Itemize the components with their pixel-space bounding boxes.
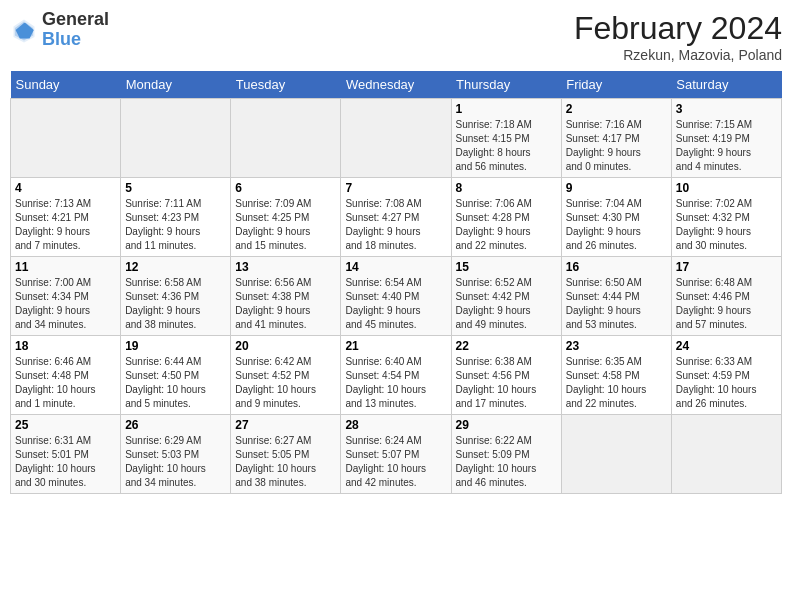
day-info: Sunrise: 6:35 AM Sunset: 4:58 PM Dayligh…: [566, 355, 667, 411]
day-number: 12: [125, 260, 226, 274]
calendar-cell: 10Sunrise: 7:02 AM Sunset: 4:32 PM Dayli…: [671, 178, 781, 257]
calendar-cell: 12Sunrise: 6:58 AM Sunset: 4:36 PM Dayli…: [121, 257, 231, 336]
day-number: 2: [566, 102, 667, 116]
calendar-cell: 23Sunrise: 6:35 AM Sunset: 4:58 PM Dayli…: [561, 336, 671, 415]
calendar-week-row: 4Sunrise: 7:13 AM Sunset: 4:21 PM Daylig…: [11, 178, 782, 257]
day-number: 15: [456, 260, 557, 274]
calendar-cell: 9Sunrise: 7:04 AM Sunset: 4:30 PM Daylig…: [561, 178, 671, 257]
day-number: 24: [676, 339, 777, 353]
day-info: Sunrise: 6:38 AM Sunset: 4:56 PM Dayligh…: [456, 355, 557, 411]
calendar-cell: [121, 99, 231, 178]
day-number: 28: [345, 418, 446, 432]
calendar-cell: [671, 415, 781, 494]
logo-text: General Blue: [42, 10, 109, 50]
day-info: Sunrise: 7:06 AM Sunset: 4:28 PM Dayligh…: [456, 197, 557, 253]
calendar-cell: [561, 415, 671, 494]
day-info: Sunrise: 7:09 AM Sunset: 4:25 PM Dayligh…: [235, 197, 336, 253]
day-number: 17: [676, 260, 777, 274]
title-block: February 2024 Rzekun, Mazovia, Poland: [574, 10, 782, 63]
calendar-cell: 24Sunrise: 6:33 AM Sunset: 4:59 PM Dayli…: [671, 336, 781, 415]
calendar-cell: 14Sunrise: 6:54 AM Sunset: 4:40 PM Dayli…: [341, 257, 451, 336]
day-info: Sunrise: 6:27 AM Sunset: 5:05 PM Dayligh…: [235, 434, 336, 490]
weekday-header-friday: Friday: [561, 71, 671, 99]
calendar-cell: 11Sunrise: 7:00 AM Sunset: 4:34 PM Dayli…: [11, 257, 121, 336]
calendar-cell: 25Sunrise: 6:31 AM Sunset: 5:01 PM Dayli…: [11, 415, 121, 494]
calendar-cell: 20Sunrise: 6:42 AM Sunset: 4:52 PM Dayli…: [231, 336, 341, 415]
day-info: Sunrise: 7:04 AM Sunset: 4:30 PM Dayligh…: [566, 197, 667, 253]
day-number: 23: [566, 339, 667, 353]
day-number: 10: [676, 181, 777, 195]
day-number: 6: [235, 181, 336, 195]
day-info: Sunrise: 6:50 AM Sunset: 4:44 PM Dayligh…: [566, 276, 667, 332]
day-info: Sunrise: 7:00 AM Sunset: 4:34 PM Dayligh…: [15, 276, 116, 332]
day-info: Sunrise: 6:33 AM Sunset: 4:59 PM Dayligh…: [676, 355, 777, 411]
calendar-cell: 29Sunrise: 6:22 AM Sunset: 5:09 PM Dayli…: [451, 415, 561, 494]
calendar-cell: 21Sunrise: 6:40 AM Sunset: 4:54 PM Dayli…: [341, 336, 451, 415]
calendar-cell: 27Sunrise: 6:27 AM Sunset: 5:05 PM Dayli…: [231, 415, 341, 494]
weekday-header-tuesday: Tuesday: [231, 71, 341, 99]
calendar-cell: 2Sunrise: 7:16 AM Sunset: 4:17 PM Daylig…: [561, 99, 671, 178]
day-number: 22: [456, 339, 557, 353]
day-info: Sunrise: 7:13 AM Sunset: 4:21 PM Dayligh…: [15, 197, 116, 253]
calendar-cell: 28Sunrise: 6:24 AM Sunset: 5:07 PM Dayli…: [341, 415, 451, 494]
day-number: 4: [15, 181, 116, 195]
page-header: General Blue February 2024 Rzekun, Mazov…: [10, 10, 782, 63]
day-number: 7: [345, 181, 446, 195]
calendar-cell: 15Sunrise: 6:52 AM Sunset: 4:42 PM Dayli…: [451, 257, 561, 336]
day-info: Sunrise: 6:46 AM Sunset: 4:48 PM Dayligh…: [15, 355, 116, 411]
calendar-cell: [11, 99, 121, 178]
day-info: Sunrise: 6:54 AM Sunset: 4:40 PM Dayligh…: [345, 276, 446, 332]
day-info: Sunrise: 6:48 AM Sunset: 4:46 PM Dayligh…: [676, 276, 777, 332]
calendar-week-row: 18Sunrise: 6:46 AM Sunset: 4:48 PM Dayli…: [11, 336, 782, 415]
calendar-cell: 18Sunrise: 6:46 AM Sunset: 4:48 PM Dayli…: [11, 336, 121, 415]
calendar-table: SundayMondayTuesdayWednesdayThursdayFrid…: [10, 71, 782, 494]
day-number: 3: [676, 102, 777, 116]
calendar-cell: 7Sunrise: 7:08 AM Sunset: 4:27 PM Daylig…: [341, 178, 451, 257]
day-number: 11: [15, 260, 116, 274]
day-info: Sunrise: 6:29 AM Sunset: 5:03 PM Dayligh…: [125, 434, 226, 490]
calendar-cell: 3Sunrise: 7:15 AM Sunset: 4:19 PM Daylig…: [671, 99, 781, 178]
calendar-cell: 1Sunrise: 7:18 AM Sunset: 4:15 PM Daylig…: [451, 99, 561, 178]
day-info: Sunrise: 6:58 AM Sunset: 4:36 PM Dayligh…: [125, 276, 226, 332]
day-number: 16: [566, 260, 667, 274]
day-number: 9: [566, 181, 667, 195]
weekday-header-sunday: Sunday: [11, 71, 121, 99]
day-info: Sunrise: 6:24 AM Sunset: 5:07 PM Dayligh…: [345, 434, 446, 490]
calendar-cell: [341, 99, 451, 178]
weekday-header-monday: Monday: [121, 71, 231, 99]
day-info: Sunrise: 7:08 AM Sunset: 4:27 PM Dayligh…: [345, 197, 446, 253]
calendar-cell: 5Sunrise: 7:11 AM Sunset: 4:23 PM Daylig…: [121, 178, 231, 257]
calendar-cell: 13Sunrise: 6:56 AM Sunset: 4:38 PM Dayli…: [231, 257, 341, 336]
day-number: 5: [125, 181, 226, 195]
day-number: 25: [15, 418, 116, 432]
weekday-header-thursday: Thursday: [451, 71, 561, 99]
day-info: Sunrise: 6:52 AM Sunset: 4:42 PM Dayligh…: [456, 276, 557, 332]
calendar-cell: 22Sunrise: 6:38 AM Sunset: 4:56 PM Dayli…: [451, 336, 561, 415]
day-info: Sunrise: 6:40 AM Sunset: 4:54 PM Dayligh…: [345, 355, 446, 411]
day-number: 20: [235, 339, 336, 353]
calendar-cell: 4Sunrise: 7:13 AM Sunset: 4:21 PM Daylig…: [11, 178, 121, 257]
day-number: 27: [235, 418, 336, 432]
logo-icon: [10, 16, 38, 44]
calendar-cell: 8Sunrise: 7:06 AM Sunset: 4:28 PM Daylig…: [451, 178, 561, 257]
day-info: Sunrise: 7:16 AM Sunset: 4:17 PM Dayligh…: [566, 118, 667, 174]
day-number: 19: [125, 339, 226, 353]
location: Rzekun, Mazovia, Poland: [574, 47, 782, 63]
day-number: 13: [235, 260, 336, 274]
day-number: 14: [345, 260, 446, 274]
weekday-header-row: SundayMondayTuesdayWednesdayThursdayFrid…: [11, 71, 782, 99]
day-info: Sunrise: 6:42 AM Sunset: 4:52 PM Dayligh…: [235, 355, 336, 411]
calendar-cell: 19Sunrise: 6:44 AM Sunset: 4:50 PM Dayli…: [121, 336, 231, 415]
day-info: Sunrise: 6:31 AM Sunset: 5:01 PM Dayligh…: [15, 434, 116, 490]
logo: General Blue: [10, 10, 109, 50]
day-info: Sunrise: 6:22 AM Sunset: 5:09 PM Dayligh…: [456, 434, 557, 490]
calendar-cell: [231, 99, 341, 178]
month-title: February 2024: [574, 10, 782, 47]
calendar-week-row: 11Sunrise: 7:00 AM Sunset: 4:34 PM Dayli…: [11, 257, 782, 336]
day-info: Sunrise: 7:11 AM Sunset: 4:23 PM Dayligh…: [125, 197, 226, 253]
day-number: 8: [456, 181, 557, 195]
calendar-cell: 26Sunrise: 6:29 AM Sunset: 5:03 PM Dayli…: [121, 415, 231, 494]
day-info: Sunrise: 6:56 AM Sunset: 4:38 PM Dayligh…: [235, 276, 336, 332]
calendar-cell: 16Sunrise: 6:50 AM Sunset: 4:44 PM Dayli…: [561, 257, 671, 336]
day-info: Sunrise: 7:02 AM Sunset: 4:32 PM Dayligh…: [676, 197, 777, 253]
